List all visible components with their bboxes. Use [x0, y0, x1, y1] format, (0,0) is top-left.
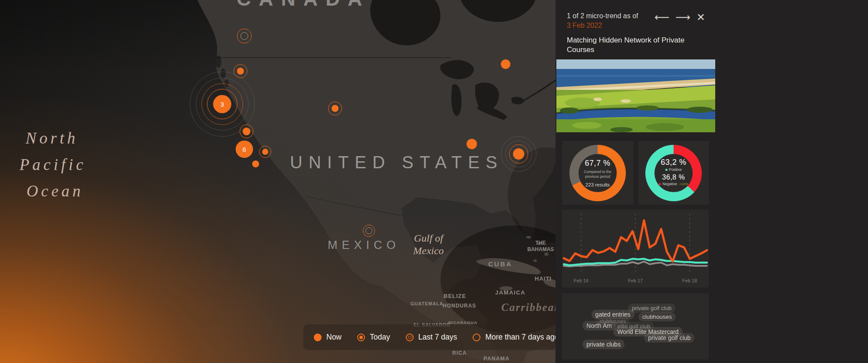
- legend-item-more-than-7-days[interactable]: More than 7 days ago: [473, 333, 556, 342]
- word-cloud-tag[interactable]: private clubs: [582, 340, 625, 349]
- word-cloud-tag[interactable]: private golf club: [644, 333, 694, 343]
- map-legend: Now Today Last 7 days More than 7 days a…: [303, 324, 556, 350]
- legend-label: Today: [370, 333, 390, 342]
- next-trend-arrow-icon[interactable]: ⟶: [675, 11, 690, 23]
- legend-label: Now: [326, 333, 342, 342]
- close-icon[interactable]: ✕: [697, 11, 705, 23]
- x-tick-feb17: Feb 17: [628, 278, 643, 283]
- word-cloud-tag[interactable]: private golf club: [628, 304, 675, 313]
- trend-date: 3 Feb 2022: [567, 22, 602, 29]
- x-tick-feb18: Feb 18: [682, 278, 697, 283]
- cluster-count: 6: [243, 146, 246, 153]
- panel-nav: ⟵ ⟶ ✕: [654, 11, 705, 23]
- previous-trend-arrow-icon[interactable]: ⟵: [654, 11, 669, 23]
- cluster-count: 3: [220, 101, 224, 108]
- empty-ring-icon: [473, 334, 480, 341]
- golf-course-photo: [556, 59, 715, 132]
- micro-trend-panel: 1 of 2 micro-trend as of 3 Feb 2022 ⟵ ⟶ …: [556, 0, 868, 363]
- now-dot-icon: [314, 334, 322, 341]
- sentiment-donut-card: 63,2 % Positive 36,8 % Negative +19%: [638, 141, 709, 205]
- word-cloud-card: private golf clubgated entriesclubhouses…: [562, 293, 709, 360]
- word-cloud-tag[interactable]: North Am: [582, 321, 615, 330]
- legend-label: More than 7 days ago: [485, 333, 556, 342]
- legend-item-now[interactable]: Now: [314, 333, 342, 342]
- double-ring-icon: [406, 334, 414, 341]
- legend-item-last-7-days[interactable]: Last 7 days: [406, 333, 457, 342]
- today-ring-dot-icon: [357, 334, 365, 341]
- trend-title: Matching Hidden Network of Private Cours…: [567, 36, 701, 55]
- x-tick-feb16: Feb 16: [574, 278, 589, 283]
- legend-item-today[interactable]: Today: [357, 333, 390, 342]
- trend-counter: 1 of 2 micro-trend as of: [567, 12, 638, 20]
- trend-line-chart: [562, 209, 709, 288]
- trend-line-chart-card: Feb 16 Feb 17 Feb 18: [562, 209, 709, 288]
- legend-label: Last 7 days: [418, 333, 457, 342]
- app-root: CANADA UNITED STATES MEXICO North Pacifi…: [0, 0, 868, 363]
- word-cloud-tag[interactable]: clubhouses: [638, 312, 676, 321]
- comparison-donut-card: 67,7 % Compared to the previous period 2…: [562, 141, 633, 205]
